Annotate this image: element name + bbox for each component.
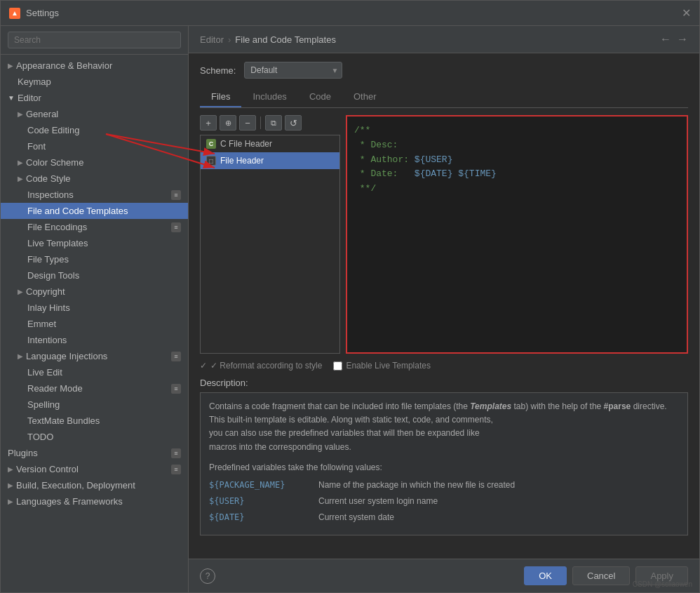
breadcrumb-parent: Editor — [200, 34, 224, 45]
sidebar-item-spelling[interactable]: Spelling — [1, 397, 188, 413]
duplicate-template-button[interactable]: ⧉ — [265, 115, 282, 131]
template-item-c-file-header[interactable]: C C File Header — [201, 135, 339, 152]
copy-template-button[interactable]: ⊕ — [220, 115, 236, 131]
main-panel: Editor › File and Code Templates ← → Sch… — [189, 26, 699, 592]
c-file-icon: C — [206, 139, 216, 149]
template-item-label: File Header — [220, 156, 264, 166]
desc-text-5: macros into the corresponding values. — [209, 442, 351, 452]
desc-var-desc: Current system date — [318, 511, 394, 524]
sidebar-item-general[interactable]: ▶ General — [1, 106, 188, 122]
scheme-row: Scheme: Default Project ▼ — [200, 62, 688, 79]
sidebar-item-file-code-templates[interactable]: File and Code Templates — [1, 203, 188, 219]
tabs: Files Includes Code Other — [200, 87, 688, 108]
desc-var-row-user: ${USER} Current user system login name — [209, 495, 679, 508]
sidebar-item-intentions[interactable]: Intentions — [1, 332, 188, 348]
description-section: Description: Contains a code fragment th… — [200, 378, 688, 535]
code-line-1: /** — [354, 124, 680, 138]
sidebar-item-keymap[interactable]: Keymap — [1, 74, 188, 90]
sidebar-item-inspections[interactable]: Inspections ≡ — [1, 187, 188, 203]
forward-button[interactable]: → — [677, 33, 688, 46]
sidebar-item-color-scheme[interactable]: ▶ Color Scheme — [1, 154, 188, 171]
sidebar-item-label: TODO — [27, 432, 53, 442]
add-template-button[interactable]: + — [200, 115, 217, 131]
help-button[interactable]: ? — [200, 568, 215, 584]
desc-var-row-date: ${DATE} Current system date — [209, 511, 679, 524]
sidebar-item-file-types[interactable]: File Types — [1, 251, 188, 267]
sidebar-item-copyright[interactable]: ▶ Copyright — [1, 284, 188, 300]
sidebar-item-textmate-bundles[interactable]: TextMate Bundles — [1, 413, 188, 429]
bottom-bar: ? OK Cancel Apply — [189, 559, 699, 592]
nav-tree: ▶ Appearance & Behavior Keymap ▼ Editor … — [1, 55, 188, 592]
app-icon: ▲ — [9, 8, 20, 19]
sidebar-item-font[interactable]: Font — [1, 138, 188, 154]
sidebar-item-label: Inlay Hints — [27, 302, 70, 313]
sidebar-item-todo[interactable]: TODO — [1, 429, 188, 445]
sidebar-item-file-encodings[interactable]: File Encodings ≡ — [1, 219, 188, 235]
close-button[interactable]: ✕ — [682, 6, 691, 20]
sidebar-item-languages[interactable]: ▶ Languages & Frameworks — [1, 493, 188, 509]
sidebar-item-label: Inspections — [27, 189, 74, 200]
code-line-5: **/ — [354, 182, 680, 196]
sidebar-item-build[interactable]: ▶ Build, Execution, Deployment — [1, 477, 188, 493]
desc-text-3: This built-in template is editable. Alon… — [209, 415, 493, 425]
sidebar-item-label: Reader Mode — [27, 383, 83, 394]
predefined-label: Predefined variables take the following … — [209, 461, 679, 474]
search-box — [1, 26, 188, 55]
live-templates-checkbox[interactable] — [333, 361, 342, 371]
sidebar-item-label: File Encodings — [27, 222, 87, 232]
sidebar-item-label: Copyright — [26, 286, 65, 297]
sidebar-item-label: TextMate Bundles — [27, 415, 100, 426]
sidebar-item-label: Version Control — [16, 464, 79, 474]
sidebar-item-inlay-hints[interactable]: Inlay Hints — [1, 300, 188, 316]
sidebar-item-plugins[interactable]: Plugins ≡ — [1, 445, 188, 461]
tab-other[interactable]: Other — [342, 87, 388, 107]
remove-template-button[interactable]: − — [239, 115, 256, 131]
sidebar-item-label: Spelling — [27, 399, 60, 410]
badge-icon: ≡ — [171, 352, 181, 361]
search-input[interactable] — [8, 32, 181, 48]
reformat-row: ✓ ✓ Reformat according to style Enable L… — [200, 361, 688, 371]
live-templates-label[interactable]: Enable Live Templates — [333, 361, 431, 371]
arrow-icon: ▶ — [8, 62, 13, 69]
titlebar: ▲ Settings ✕ — [1, 1, 699, 26]
sidebar-item-label: Color Scheme — [26, 157, 83, 168]
code-line-4: * Date: ${DATE} ${TIME} — [354, 167, 680, 182]
sidebar-item-code-editing[interactable]: Code Editing — [1, 122, 188, 138]
sidebar-item-code-style[interactable]: ▶ Code Style — [1, 171, 188, 187]
sidebar-item-label: Code Style — [26, 173, 71, 184]
sidebar-item-editor[interactable]: ▼ Editor — [1, 90, 188, 106]
reformat-label: ✓ ✓ Reformat according to style — [200, 361, 322, 371]
template-item-file-header[interactable]: □ File Header — [201, 152, 339, 169]
sidebar-item-appearance[interactable]: ▶ Appearance & Behavior — [1, 58, 188, 74]
desc-text-tab: tab) with the help of the — [514, 401, 604, 411]
sidebar-item-label: Languages & Frameworks — [16, 496, 123, 507]
back-button[interactable]: ← — [660, 33, 671, 46]
sidebar-item-emmet[interactable]: Emmet — [1, 316, 188, 332]
tab-code[interactable]: Code — [298, 87, 342, 107]
desc-text-1: Contains a code fragment that can be inc… — [209, 401, 468, 411]
sidebar-item-language-injections[interactable]: ▶ Language Injections ≡ — [1, 348, 188, 364]
arrow-icon: ▶ — [8, 498, 13, 505]
sidebar-item-version-control[interactable]: ▶ Version Control ≡ — [1, 461, 188, 477]
sidebar-item-live-edit[interactable]: Live Edit — [1, 364, 188, 380]
sidebar-item-reader-mode[interactable]: Reader Mode ≡ — [1, 380, 188, 397]
sidebar-item-label: Live Templates — [27, 238, 88, 248]
ok-button[interactable]: OK — [524, 566, 567, 585]
scheme-select[interactable]: Default Project — [244, 62, 342, 79]
description-label: Description: — [200, 378, 688, 388]
tab-includes[interactable]: Includes — [241, 87, 297, 107]
code-editor[interactable]: /** * Desc: * Author: ${USER} * Date: ${… — [346, 115, 688, 354]
sidebar-item-label: Live Edit — [27, 367, 62, 378]
sidebar-item-label: Editor — [18, 93, 41, 103]
sidebar-item-design-tools[interactable]: Design Tools — [1, 267, 188, 284]
sidebar-item-label: Plugins — [8, 448, 38, 458]
tab-files[interactable]: Files — [200, 87, 241, 107]
reset-template-button[interactable]: ↺ — [285, 115, 302, 131]
cancel-button[interactable]: Cancel — [572, 566, 630, 585]
template-list-panel: + ⊕ − ⧉ ↺ C C File Header — [200, 115, 340, 354]
sidebar-item-live-templates[interactable]: Live Templates — [1, 235, 188, 251]
sidebar-item-label: File and Code Templates — [27, 206, 128, 216]
desc-vars: Predefined variables take the following … — [209, 461, 679, 525]
desc-text-4: you can also use the predefined variable… — [209, 428, 480, 438]
sidebar: ▶ Appearance & Behavior Keymap ▼ Editor … — [1, 26, 189, 592]
